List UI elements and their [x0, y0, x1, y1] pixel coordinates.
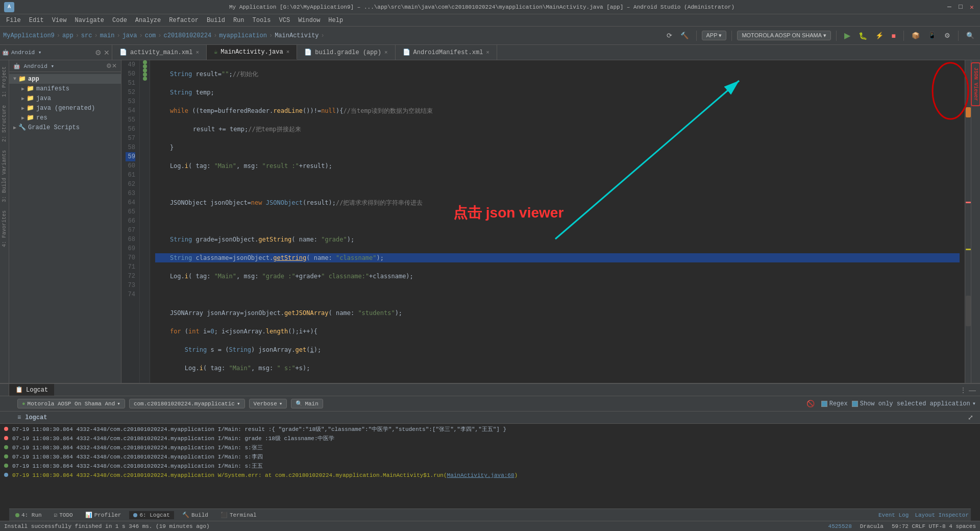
run-tab-run[interactable]: 4: Run: [11, 511, 46, 519]
avd-manager-button[interactable]: 📱: [925, 31, 939, 40]
bc-java[interactable]: java: [122, 32, 137, 39]
sidebar-item-build-variants[interactable]: 3: Build Variants: [1, 146, 8, 206]
sync-button[interactable]: ⟳: [664, 31, 675, 40]
minimize-button[interactable]: —: [945, 3, 953, 11]
bottom-panel-minimize-button[interactable]: —: [969, 386, 976, 394]
bc-myapplication[interactable]: MyApplication9: [3, 32, 55, 39]
tab-build-gradle[interactable]: 📄 build.gradle (app) ×: [297, 45, 395, 60]
bc-mainactivity[interactable]: MainActivity: [275, 32, 318, 39]
log-text-3: 07-19 11:08:30.864 4332-4348/com.c201801…: [12, 443, 263, 452]
run-tab-profiler[interactable]: 📊 Profiler: [81, 511, 126, 519]
tab-close-gradle[interactable]: ×: [384, 50, 388, 56]
bc-myapp[interactable]: myapplication: [219, 32, 267, 39]
log-text-4: 07-19 11:08:30.864 4332-4348/com.c201801…: [12, 452, 263, 462]
tab-activity-main[interactable]: 📄 activity_main.xml ×: [112, 45, 207, 60]
bc-src[interactable]: src: [81, 32, 92, 39]
tree-item-res[interactable]: ▶ 📁 res: [9, 113, 121, 123]
run-tab-logcat[interactable]: 6: Logcat: [129, 511, 174, 519]
logcat-log-area[interactable]: 07-19 11:08:30.864 4332-4348/com.c201801…: [0, 424, 980, 481]
menu-vcs[interactable]: VCS: [275, 16, 295, 25]
maximize-button[interactable]: □: [957, 3, 965, 11]
tree-item-java-generated[interactable]: ▶ 📁 java (generated): [9, 103, 121, 113]
run-config-selector[interactable]: APP ▾: [702, 31, 727, 40]
tree-item-java[interactable]: ▶ 📁 java: [9, 93, 121, 103]
bottom-left-strip: [0, 384, 9, 396]
tab-close-activity[interactable]: ×: [195, 50, 199, 56]
android-tab-label[interactable]: Android ▾: [11, 49, 41, 56]
git-branch[interactable]: 4525528: [828, 523, 852, 529]
run-tab-todo[interactable]: ☑ TODO: [50, 511, 77, 519]
tree-close-button[interactable]: ✕: [112, 62, 117, 69]
menu-tools[interactable]: Tools: [249, 16, 275, 25]
close-button[interactable]: ✕: [968, 3, 976, 11]
scrollbar-error-1: [966, 202, 971, 203]
logcat-clear-button[interactable]: 🚫: [804, 399, 817, 408]
menu-window[interactable]: Window: [294, 16, 324, 25]
panel-settings-button[interactable]: ⚙: [95, 49, 102, 57]
logcat-panel-tab[interactable]: 📋 Logcat: [9, 384, 54, 396]
device-selector[interactable]: MOTOROLA AOSP ON SHAMA ▾: [737, 31, 830, 40]
layout-inspector-link[interactable]: Layout Inspector: [915, 512, 969, 518]
log-level-icon-3: [4, 445, 8, 449]
menu-refactor[interactable]: Refactor: [165, 16, 203, 25]
tree-item-manifests[interactable]: ▶ 📁 manifests: [9, 84, 121, 93]
package-filter[interactable]: com.c201801020224.myapplicatic ▾: [129, 399, 245, 408]
regex-label: Regex: [829, 400, 848, 407]
code-line-60: Log.i( tag: "Main", msg: "grade :"+grade…: [155, 272, 960, 281]
tab-android-manifest[interactable]: 📄 AndroidManifest.xml ×: [396, 45, 497, 60]
tab-close-manifest[interactable]: ×: [486, 50, 489, 56]
bc-main[interactable]: main: [100, 32, 115, 39]
tag-search[interactable]: 🔍 Main: [291, 399, 323, 408]
menu-navigate[interactable]: Navigate: [70, 16, 108, 25]
event-log-link[interactable]: Event Log: [878, 512, 909, 518]
tab-mainactivity-java[interactable]: ☕ MainActivity.java ×: [207, 45, 297, 60]
position-label[interactable]: 59:72 CRLF UTF-8 4 spaces: [892, 523, 976, 529]
regex-checkbox[interactable]: Regex: [821, 400, 848, 407]
tree-settings-button[interactable]: ⚙: [106, 62, 112, 69]
android-tree-label[interactable]: 🤖 Android ▾: [13, 63, 54, 69]
run-tab-build[interactable]: 🔨 Build: [178, 511, 212, 519]
menu-build[interactable]: Build: [203, 16, 229, 25]
menu-help[interactable]: Help: [324, 16, 347, 25]
scrollbar-thumb[interactable]: [966, 296, 971, 326]
bc-package[interactable]: c201801020224: [164, 32, 212, 39]
menu-file[interactable]: File: [2, 16, 25, 25]
menu-code[interactable]: Code: [108, 16, 131, 25]
search-everywhere-button[interactable]: 🔍: [964, 31, 977, 40]
sidebar-item-project[interactable]: 1: Project: [1, 62, 8, 101]
menu-view[interactable]: View: [48, 16, 71, 25]
run-button[interactable]: ▶: [842, 30, 853, 41]
bc-app[interactable]: app: [62, 32, 74, 39]
bc-com[interactable]: com: [145, 32, 156, 39]
tree-item-app[interactable]: ▼ 📁 app: [9, 74, 121, 84]
menu-run[interactable]: Run: [229, 16, 249, 25]
gradle-sync-button[interactable]: 🔨: [678, 31, 691, 40]
panel-close-button[interactable]: ✕: [104, 49, 110, 57]
bottom-panel-menu-button[interactable]: ⋮: [960, 386, 967, 394]
code-line-50: String temp;: [155, 88, 960, 97]
sidebar-item-favorites[interactable]: 4: Favorites: [1, 206, 8, 251]
stop-button[interactable]: ■: [889, 31, 898, 41]
level-filter[interactable]: Verbose ▾: [249, 399, 287, 408]
sidebar-item-structure[interactable]: 2: Structure: [1, 101, 8, 146]
theme-label[interactable]: Dracula: [860, 523, 884, 529]
logcat-maximize-button[interactable]: ⤢: [965, 413, 976, 422]
settings-button[interactable]: ⚙: [942, 31, 953, 40]
json-viewer-tab[interactable]: JSON Viewer: [971, 62, 980, 106]
menu-edit[interactable]: Edit: [25, 16, 48, 25]
device-filter[interactable]: ● Motorola AOSP On Shama And ▾: [17, 399, 125, 408]
run-with-coverage-button[interactable]: ⚡: [873, 31, 886, 40]
mainactivity-link[interactable]: MainActivity.java:68: [447, 472, 514, 478]
debug-button[interactable]: 🐛: [856, 31, 870, 41]
run-tab-terminal[interactable]: ⬛ Terminal: [216, 511, 261, 519]
tree-label-res: res: [36, 114, 47, 122]
code-line-53: }: [155, 143, 960, 152]
folder-icon-java-generated: 📁: [27, 104, 34, 112]
show-only-selected-checkbox[interactable]: Show only selected application ▾: [852, 400, 976, 407]
tree-item-gradle-scripts[interactable]: ▶ 🔧 Gradle Scripts: [9, 123, 121, 132]
sdk-manager-button[interactable]: 📦: [909, 31, 922, 40]
menu-analyze[interactable]: Analyze: [131, 16, 165, 25]
tab-close-main[interactable]: ×: [286, 49, 290, 55]
tab-manifest-label: AndroidManifest.xml: [413, 49, 483, 56]
scrollbar-error-marker: [966, 107, 971, 117]
